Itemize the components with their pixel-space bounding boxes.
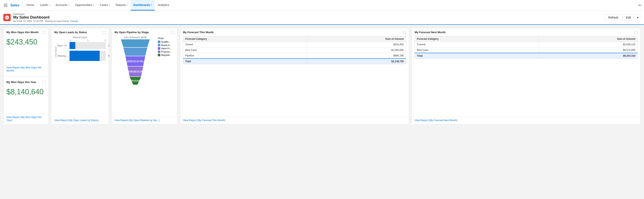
forecast-next-month-body: Forecast Category ↓ Sum of Amount Commit… — [412, 36, 640, 117]
svg-rect-1 — [5, 4, 6, 4]
won-opps-panel: My Won Opps this Month ⛶ $243,450 View R… — [3, 28, 49, 124]
forecast-month-panel: My Forecast This Month ⛶ Forecast Catego… — [180, 28, 409, 124]
nav-item-accounts[interactable]: Accounts▾ — [52, 0, 72, 10]
edit-button[interactable]: Edit — [622, 14, 635, 21]
legend-item-2: Value Pr... — [158, 47, 174, 50]
svg-rect-2 — [6, 4, 7, 4]
nav-item-opportunities[interactable]: Opportunities▾ — [72, 0, 97, 10]
leads-bar-label-1: Working ... — [57, 55, 70, 57]
pipeline-total-label: Sum of Amount: $22M — [124, 36, 147, 38]
svg-rect-7 — [5, 6, 6, 7]
forecast-month-title: My Forecast This Month — [183, 31, 403, 34]
leads-bar-fill-1 — [70, 51, 100, 61]
forecast-next-month-cat-0: Commit — [415, 42, 539, 47]
forecast-next-month-cat-1: Best Case — [415, 47, 539, 53]
nav-item-reports[interactable]: Reports▾ — [113, 0, 130, 10]
app-name[interactable]: Sales — [10, 3, 20, 7]
leads-bar-label-0: Open - N... — [57, 44, 70, 47]
forecast-next-month-expand-icon[interactable]: ⛶ — [634, 31, 638, 34]
forecast-next-month-header: My Forecast Next Month ⛶ — [412, 28, 640, 36]
cases-chevron-icon: ▾ — [109, 4, 110, 6]
open-leads-footer: View Report (My Open Leads by Status) — [51, 117, 109, 124]
leads-y-axis-label: Lead Status — [55, 46, 57, 57]
svg-text:$6,109,676: $6,109,676 — [131, 80, 140, 82]
open-pipeline-link[interactable]: View Report (My Open Pipeline by Sta...) — [114, 119, 160, 122]
won-opps-month-body: $243,450 — [4, 36, 48, 64]
open-leads-body: Record Count Lead Status 0 3 6 Open - N.… — [51, 36, 109, 117]
won-opps-month-title: My Won Opps this Month — [6, 31, 42, 34]
forecast-month-total-row: Total $2,138,740 — [183, 58, 406, 64]
open-pipeline-expand-icon[interactable]: ⛶ — [171, 31, 174, 34]
nav-item-home[interactable]: Home — [24, 0, 37, 10]
forecast-next-month-total-row: Total $9,203,310 — [415, 53, 638, 59]
nav-item-analytics[interactable]: Analytics — [155, 0, 172, 10]
svg-rect-8 — [6, 6, 7, 7]
forecast-month-sort-icon: ↓ — [208, 38, 209, 40]
forecast-month-total-cat: Total — [183, 58, 307, 64]
forecast-month-expand-icon[interactable]: ⛶ — [403, 31, 406, 34]
dashboard-title: My Sales Dashboard — [13, 15, 78, 19]
forecast-month-link[interactable]: View Report (My Forecast This Month) — [183, 119, 225, 122]
nav-item-dashboards[interactable]: Dashboards▾ — [130, 0, 155, 10]
nav-item-cases[interactable]: Cases▾ — [97, 0, 113, 10]
forecast-month-row-2: Pipeline $895,290 — [183, 53, 406, 59]
svg-text:$8,997,595 (41.3%): $8,997,595 (41.3%) — [127, 71, 143, 73]
forecast-next-month-table: Forecast Category ↓ Sum of Amount Commit… — [414, 36, 638, 59]
won-opps-month-link[interactable]: View Report (My Won Opps this Month) — [6, 66, 42, 72]
app-grid-icon[interactable] — [2, 2, 9, 8]
refresh-button[interactable]: Refresh — [604, 14, 622, 21]
legend-text-4: Negotiat... — [161, 54, 172, 56]
won-opps-year-header: My Won Opps this Year ⛶ — [4, 78, 48, 86]
forecast-month-cat-2: Pipeline — [183, 53, 307, 59]
won-opps-month-header: My Won Opps this Month ⛶ — [4, 28, 48, 36]
pipeline-legend: Stage Qualific... Needs A... Value Pr... — [158, 37, 174, 56]
nav-pencil-icon[interactable]: ✏ — [638, 3, 642, 8]
nav-item-leads[interactable]: Leads▾ — [37, 0, 52, 10]
svg-marker-9 — [121, 39, 150, 47]
dashboard-change-link[interactable]: Change — [70, 20, 78, 22]
forecast-month-amt-1: $1,000,000 — [307, 47, 406, 53]
dashboards-chevron-icon: ▾ — [151, 4, 152, 6]
dashboard-header-left: Dashboard My Sales Dashboard As of Apr 1… — [3, 13, 604, 22]
svg-rect-3 — [4, 5, 5, 5]
legend-color-1 — [158, 44, 160, 46]
legend-item-0: Qualific... — [158, 41, 174, 43]
leads-bar-value-1: 5 — [108, 55, 110, 57]
legend-color-3 — [158, 50, 160, 53]
forecast-month-col-category: Forecast Category ↓ — [183, 36, 307, 42]
pipeline-legend-label: Stage — [158, 37, 174, 39]
reports-chevron-icon: ▾ — [127, 4, 128, 6]
svg-rect-0 — [4, 4, 5, 4]
won-opps-year-link[interactable]: View Report (My Won Opps this Year) — [6, 116, 42, 122]
won-opps-year-title: My Won Opps this Year — [6, 81, 42, 84]
dashboard-breadcrumb: Dashboard — [13, 13, 78, 15]
opportunities-chevron-icon: ▾ — [93, 4, 94, 6]
won-opps-month-footer: View Report (My Won Opps this Month) — [4, 64, 48, 75]
forecast-month-total-amt: $2,138,740 — [307, 58, 406, 64]
forecast-next-month-row-1: Best Case $6,574,995 — [415, 47, 638, 53]
forecast-month-footer: View Report (My Forecast This Month) — [180, 117, 409, 124]
dashboard-as-of: As of Apr 14, 2023, 12:02 PM — [13, 20, 43, 22]
open-leads-panel: My Open Leads by Status ⛶ Record Count L… — [51, 28, 109, 124]
forecast-month-header: My Forecast This Month ⛶ — [180, 28, 409, 36]
leads-bar-fill-0 — [70, 42, 75, 49]
forecast-month-amt-2: $895,290 — [307, 53, 406, 59]
won-opps-year-body: $8,140,640 — [4, 86, 48, 114]
leads-x-axis-3: 3 — [87, 39, 88, 42]
won-opps-month-expand-icon[interactable]: ⛶ — [42, 31, 46, 34]
dashboard-actions: Refresh Edit ▾ — [604, 14, 641, 21]
open-leads-expand-icon[interactable]: ⛶ — [102, 31, 106, 34]
forecast-next-month-row-0: Commit $2,628,315 — [415, 42, 638, 47]
open-pipeline-header: My Open Pipeline by Stage ⛶ — [112, 28, 177, 36]
open-leads-link[interactable]: View Report (My Open Leads by Status) — [54, 119, 98, 122]
forecast-next-month-col-amount: Sum of Amount — [538, 36, 638, 42]
forecast-month-col-amount: Sum of Amount — [307, 36, 406, 42]
dashboard-subtitle: As of Apr 14, 2023, 12:02 PM · Viewing a… — [13, 20, 78, 22]
won-opps-year-expand-icon[interactable]: ⛶ — [42, 81, 46, 84]
forecast-next-month-total-cat: Total — [415, 53, 539, 59]
dashboard-dropdown-button[interactable]: ▾ — [635, 14, 641, 21]
svg-marker-10 — [123, 48, 147, 56]
forecast-next-month-link[interactable]: View Report (My Forecast Next Month) — [414, 119, 457, 122]
legend-item-3: Proposa... — [158, 50, 174, 53]
forecast-next-month-sort-icon: ↓ — [440, 38, 441, 40]
